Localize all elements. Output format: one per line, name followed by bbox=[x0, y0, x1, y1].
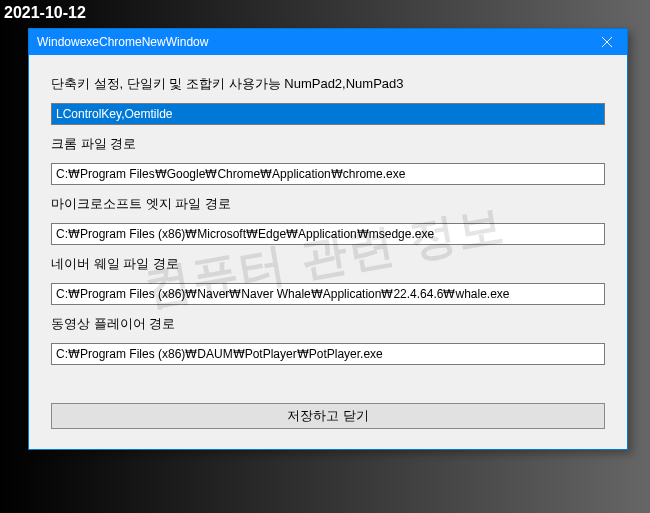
titlebar[interactable]: WindowexeChromeNewWindow bbox=[29, 29, 627, 55]
app-window: WindowexeChromeNewWindow 단축키 설정, 단일키 및 조… bbox=[28, 28, 628, 450]
save-close-button[interactable]: 저장하고 닫기 bbox=[51, 403, 605, 429]
content-area: 단축키 설정, 단일키 및 조합키 사용가능 NumPad2,NumPad3 크… bbox=[29, 55, 627, 449]
chrome-path-input[interactable] bbox=[51, 163, 605, 185]
edge-path-label: 마이크로소프트 엣지 파일 경로 bbox=[51, 195, 605, 213]
close-icon bbox=[602, 37, 612, 47]
edge-path-input[interactable] bbox=[51, 223, 605, 245]
shortcut-label: 단축키 설정, 단일키 및 조합키 사용가능 NumPad2,NumPad3 bbox=[51, 75, 605, 93]
chrome-path-label: 크롬 파일 경로 bbox=[51, 135, 605, 153]
whale-path-input[interactable] bbox=[51, 283, 605, 305]
date-label: 2021-10-12 bbox=[4, 4, 86, 22]
player-path-label: 동영상 플레이어 경로 bbox=[51, 315, 605, 333]
close-button[interactable] bbox=[587, 29, 627, 55]
whale-path-label: 네이버 웨일 파일 경로 bbox=[51, 255, 605, 273]
shortcut-input[interactable] bbox=[51, 103, 605, 125]
window-title: WindowexeChromeNewWindow bbox=[37, 35, 208, 49]
player-path-input[interactable] bbox=[51, 343, 605, 365]
